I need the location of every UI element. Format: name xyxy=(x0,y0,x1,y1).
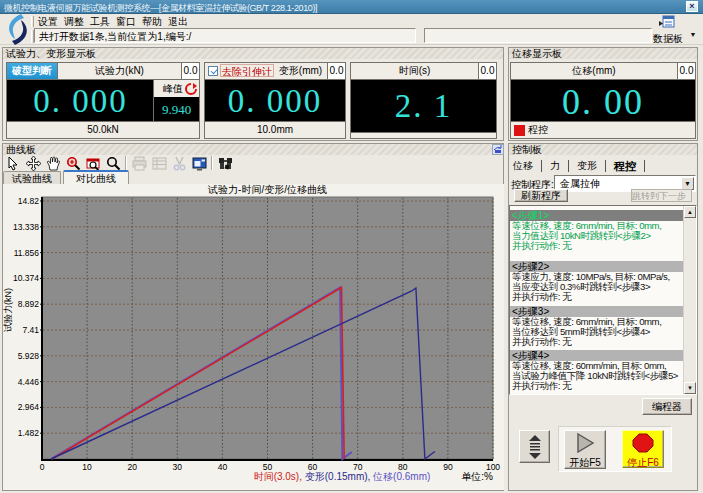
menu-item-4[interactable]: 帮助 xyxy=(142,15,162,28)
step-line: 并执行动作: 无 xyxy=(510,241,696,251)
svg-text:单位:%: 单位:% xyxy=(461,471,493,482)
svg-text:8.892: 8.892 xyxy=(18,299,40,309)
deform-group: 去除引伸计 变形(mm) 0.0 0. 000 10.0mm xyxy=(204,62,346,139)
cursor-icon[interactable] xyxy=(3,155,23,171)
control-panel-title: 控制板 xyxy=(509,144,697,155)
jump-next-step-button[interactable]: 跳转到下一步 xyxy=(631,189,692,202)
deform-value: 0. 000 xyxy=(228,85,323,118)
svg-text:40: 40 xyxy=(218,462,228,472)
extensometer-checkbox[interactable] xyxy=(208,66,218,76)
step-item-4[interactable]: <步骤4>等速位移, 速度: 60mm/min, 目标: 0mm,当试验力峰值下… xyxy=(510,350,696,391)
svg-text:时间(3.0s), 变形(0.15mm), 位移(0.6mm: 时间(3.0s), 变形(0.15mm), 位移(0.6mm) xyxy=(254,471,431,482)
extensometer-label[interactable]: 去除引伸计 xyxy=(220,64,274,77)
zoom-in-red-icon[interactable] xyxy=(63,155,83,171)
menu-item-2[interactable]: 工具 xyxy=(90,15,110,28)
crosshead-jog-button[interactable] xyxy=(519,430,550,463)
menu-item-0[interactable]: 设置 xyxy=(38,15,58,28)
force-aux-value: 0.0 xyxy=(181,63,199,79)
screen-icon[interactable] xyxy=(189,155,209,171)
databoard-label: 数据板 xyxy=(650,32,686,46)
databoard-button[interactable]: 数据板 xyxy=(650,15,686,44)
step-item-3[interactable]: <步骤3>等速位移, 速度: 6mm/min, 目标: 0mm,当位移达到 5m… xyxy=(510,306,696,347)
curve-tab-0[interactable]: 试验曲线 xyxy=(3,171,61,184)
time-aux-value: 0.0 xyxy=(478,63,496,79)
svg-text:2.964: 2.964 xyxy=(18,402,40,412)
status-field-empty xyxy=(424,28,652,43)
menu-item-5[interactable]: 退出 xyxy=(168,15,188,28)
play-icon xyxy=(574,433,596,453)
zoom-icon[interactable] xyxy=(103,155,123,171)
svg-text:试验力-时间/变形/位移曲线: 试验力-时间/变形/位移曲线 xyxy=(207,184,327,195)
peak-label: 峰值 xyxy=(163,82,183,96)
step-list[interactable]: <步骤1>等速位移, 速度: 6mm/min, 目标: 0mm,当力值达到 10… xyxy=(509,205,697,395)
displacement-value: 0. 00 xyxy=(562,84,644,120)
peak-reset-icon[interactable] xyxy=(185,83,197,95)
svg-text:13.338: 13.338 xyxy=(13,222,39,232)
scroll-up-icon[interactable]: ▲ xyxy=(684,206,696,218)
step-item-1[interactable]: <步骤1>等速位移, 速度: 6mm/min, 目标: 0mm,当力值达到 10… xyxy=(510,210,696,251)
time-group: 时间(s) 0.0 2. 1 xyxy=(350,62,497,139)
report-icon xyxy=(149,155,169,171)
start-label: 开始F5 xyxy=(565,456,605,470)
programmer-button[interactable]: 编程器 xyxy=(642,398,692,415)
deform-aux-value: 0.0 xyxy=(327,63,345,79)
control-tab-separator xyxy=(644,160,645,172)
stop-label: 停止F6 xyxy=(623,456,663,470)
svg-text:7.41: 7.41 xyxy=(22,325,39,335)
deform-range: 10.0mm xyxy=(205,121,345,138)
databoard-dropdown-arrow[interactable]: ▼ xyxy=(688,30,698,40)
jog-arrows-icon xyxy=(527,435,543,459)
control-tab-1[interactable]: 力 xyxy=(550,159,560,173)
control-tab-2[interactable]: 变形 xyxy=(577,159,597,173)
app-logo-icon xyxy=(4,14,32,45)
displacement-label: 位移(mm) xyxy=(511,63,677,79)
menu-item-3[interactable]: 窗口 xyxy=(116,15,136,28)
svg-text:10.374: 10.374 xyxy=(13,273,39,283)
curve-toolbar xyxy=(3,155,235,171)
binocular-icon[interactable] xyxy=(215,155,235,171)
window-title: 微机控制电液伺服万能试验机测控系统—[金属材料室温拉伸试验(GB/T 228.1… xyxy=(4,2,317,15)
time-value: 2. 1 xyxy=(395,90,453,123)
control-tab-3[interactable]: 程控 xyxy=(614,159,636,173)
zoom-window-icon[interactable] xyxy=(83,155,103,171)
scroll-down-icon[interactable]: ▼ xyxy=(684,382,696,394)
menu-bar: 设置调整工具窗口帮助退出 xyxy=(38,15,188,28)
svg-text:试验力(kN): 试验力(kN) xyxy=(3,288,13,332)
peak-value: 9.940 xyxy=(154,97,199,123)
stop-button[interactable]: 停止F6 xyxy=(622,430,664,468)
curve-panel-corner-button[interactable] xyxy=(492,144,504,155)
force-display: 0. 000 xyxy=(7,80,154,123)
deform-label: 变形(mm) xyxy=(274,63,327,79)
svg-text:4.446: 4.446 xyxy=(18,377,40,387)
step-list-scrollbar[interactable]: ▲ ▼ xyxy=(683,206,696,394)
time-display: 2. 1 xyxy=(351,80,496,133)
start-button[interactable]: 开始F5 xyxy=(564,430,606,469)
close-button[interactable]: × xyxy=(686,1,698,12)
menu-item-1[interactable]: 调整 xyxy=(64,15,84,28)
title-bar: 微机控制电液伺服万能试验机测控系统—[金属材料室温拉伸试验(GB/T 228.1… xyxy=(0,0,703,14)
curve-tab-1[interactable]: 对比曲线 xyxy=(63,170,129,184)
status-field: 共打开数据1条,当前位置为1,编号:/ xyxy=(34,28,416,43)
cut-icon xyxy=(169,155,189,171)
status-message: 共打开数据1条,当前位置为1,编号:/ xyxy=(35,29,415,44)
deform-display: 0. 000 xyxy=(205,80,345,123)
control-tab-0[interactable]: 位移 xyxy=(513,159,533,173)
app-window: 微机控制电液伺服万能试验机测控系统—[金属材料室温拉伸试验(GB/T 228.1… xyxy=(0,0,703,493)
svg-text:11.856: 11.856 xyxy=(14,248,40,258)
svg-text:0: 0 xyxy=(40,462,45,472)
chart-svg: 试验力-时间/变形/位移曲线1.4822.9644.4465.9287.418.… xyxy=(3,184,504,490)
displacement-group: 位移(mm) 0.0 0. 00 程控 xyxy=(510,62,696,139)
move-icon[interactable] xyxy=(23,155,43,171)
step-line: 并执行动作: 无 xyxy=(510,337,696,347)
control-tab-separator xyxy=(605,160,606,172)
control-tabs: 位移力变形程控 xyxy=(513,158,653,173)
peak-column: 峰值 9.940 xyxy=(153,80,199,123)
hand-icon[interactable] xyxy=(43,155,63,171)
break-detect-button[interactable]: 破型判断 xyxy=(7,63,58,79)
step-item-2[interactable]: <步骤2>等速应力, 速度: 10MPa/s, 目标: 0MPa/s,当应变达到… xyxy=(510,261,696,302)
svg-text:5.928: 5.928 xyxy=(18,351,40,361)
mode-label: 程控 xyxy=(528,122,548,138)
refresh-program-button[interactable]: 刷新程序 xyxy=(514,189,568,202)
mode-indicator-icon xyxy=(514,125,525,136)
force-header: 破型判断 试验力(kN) 0.0 xyxy=(7,63,199,80)
